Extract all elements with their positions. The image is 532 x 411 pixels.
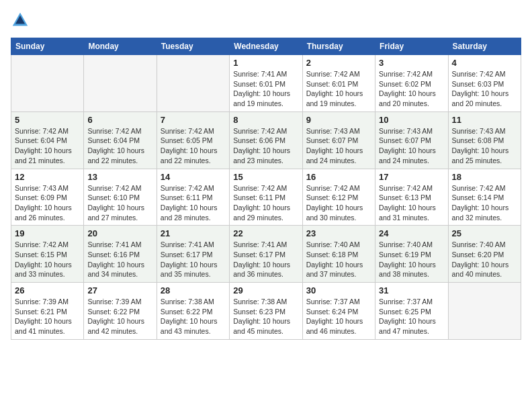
day-number: 14 xyxy=(161,172,226,182)
weekday-header: Tuesday xyxy=(157,38,229,55)
calendar-cell: 22Sunrise: 7:41 AM Sunset: 6:17 PM Dayli… xyxy=(230,226,302,283)
day-info: Sunrise: 7:42 AM Sunset: 6:15 PM Dayligh… xyxy=(15,240,80,279)
calendar-table: SundayMondayTuesdayWednesdayThursdayFrid… xyxy=(11,38,521,340)
day-info: Sunrise: 7:40 AM Sunset: 6:19 PM Dayligh… xyxy=(379,240,444,279)
calendar-cell xyxy=(157,55,229,112)
day-number: 4 xyxy=(452,58,517,68)
calendar-cell: 3Sunrise: 7:42 AM Sunset: 6:02 PM Daylig… xyxy=(375,55,448,112)
day-number: 16 xyxy=(306,172,371,182)
calendar-cell: 31Sunrise: 7:37 AM Sunset: 6:25 PM Dayli… xyxy=(375,283,448,340)
day-number: 1 xyxy=(233,58,298,68)
day-info: Sunrise: 7:41 AM Sunset: 6:17 PM Dayligh… xyxy=(233,240,298,279)
calendar-cell: 28Sunrise: 7:38 AM Sunset: 6:22 PM Dayli… xyxy=(157,283,229,340)
calendar-cell: 13Sunrise: 7:42 AM Sunset: 6:10 PM Dayli… xyxy=(84,169,157,226)
calendar-cell: 12Sunrise: 7:43 AM Sunset: 6:09 PM Dayli… xyxy=(11,169,84,226)
day-info: Sunrise: 7:42 AM Sunset: 6:03 PM Dayligh… xyxy=(452,69,517,109)
day-info: Sunrise: 7:41 AM Sunset: 6:16 PM Dayligh… xyxy=(87,240,152,279)
day-info: Sunrise: 7:40 AM Sunset: 6:20 PM Dayligh… xyxy=(452,240,517,279)
calendar-cell: 19Sunrise: 7:42 AM Sunset: 6:15 PM Dayli… xyxy=(11,226,84,283)
day-number: 30 xyxy=(306,285,371,295)
calendar-cell: 23Sunrise: 7:40 AM Sunset: 6:18 PM Dayli… xyxy=(302,226,375,283)
calendar-cell: 5Sunrise: 7:42 AM Sunset: 6:04 PM Daylig… xyxy=(11,111,84,169)
day-info: Sunrise: 7:41 AM Sunset: 6:01 PM Dayligh… xyxy=(233,69,298,109)
logo-icon xyxy=(11,11,30,30)
day-info: Sunrise: 7:42 AM Sunset: 6:02 PM Dayligh… xyxy=(379,69,444,109)
day-info: Sunrise: 7:43 AM Sunset: 6:07 PM Dayligh… xyxy=(379,126,444,166)
day-info: Sunrise: 7:41 AM Sunset: 6:17 PM Dayligh… xyxy=(161,240,226,279)
calendar-cell: 16Sunrise: 7:42 AM Sunset: 6:12 PM Dayli… xyxy=(302,169,375,226)
day-number: 24 xyxy=(379,228,444,238)
calendar-cell: 18Sunrise: 7:42 AM Sunset: 6:14 PM Dayli… xyxy=(448,169,521,226)
day-info: Sunrise: 7:42 AM Sunset: 6:14 PM Dayligh… xyxy=(452,183,517,223)
day-number: 17 xyxy=(379,172,444,182)
day-info: Sunrise: 7:42 AM Sunset: 6:04 PM Dayligh… xyxy=(15,126,80,166)
day-number: 25 xyxy=(452,228,517,238)
day-number: 28 xyxy=(161,285,226,295)
calendar-cell: 14Sunrise: 7:42 AM Sunset: 6:11 PM Dayli… xyxy=(157,169,229,226)
day-info: Sunrise: 7:37 AM Sunset: 6:24 PM Dayligh… xyxy=(306,297,371,336)
day-number: 18 xyxy=(452,172,517,182)
day-number: 20 xyxy=(87,228,152,238)
day-info: Sunrise: 7:42 AM Sunset: 6:04 PM Dayligh… xyxy=(87,126,152,166)
day-info: Sunrise: 7:37 AM Sunset: 6:25 PM Dayligh… xyxy=(379,297,444,336)
weekday-header: Saturday xyxy=(448,38,521,55)
day-info: Sunrise: 7:42 AM Sunset: 6:01 PM Dayligh… xyxy=(306,69,371,109)
day-number: 8 xyxy=(233,115,298,125)
calendar-cell xyxy=(84,55,157,112)
day-number: 5 xyxy=(15,115,80,125)
day-number: 15 xyxy=(233,172,298,182)
day-info: Sunrise: 7:43 AM Sunset: 6:08 PM Dayligh… xyxy=(452,126,517,166)
calendar-cell: 2Sunrise: 7:42 AM Sunset: 6:01 PM Daylig… xyxy=(302,55,375,112)
calendar-cell: 30Sunrise: 7:37 AM Sunset: 6:24 PM Dayli… xyxy=(302,283,375,340)
calendar-cell: 29Sunrise: 7:38 AM Sunset: 6:23 PM Dayli… xyxy=(230,283,302,340)
day-number: 13 xyxy=(87,172,152,182)
day-number: 23 xyxy=(306,228,371,238)
calendar-cell: 6Sunrise: 7:42 AM Sunset: 6:04 PM Daylig… xyxy=(84,111,157,169)
day-info: Sunrise: 7:43 AM Sunset: 6:09 PM Dayligh… xyxy=(15,183,80,223)
weekday-header: Wednesday xyxy=(230,38,302,55)
day-info: Sunrise: 7:38 AM Sunset: 6:22 PM Dayligh… xyxy=(161,297,226,336)
calendar-cell: 17Sunrise: 7:42 AM Sunset: 6:13 PM Dayli… xyxy=(375,169,448,226)
calendar-cell xyxy=(11,55,84,112)
day-number: 11 xyxy=(452,115,517,125)
day-number: 10 xyxy=(379,115,444,125)
calendar-cell: 7Sunrise: 7:42 AM Sunset: 6:05 PM Daylig… xyxy=(157,111,229,169)
calendar-cell: 8Sunrise: 7:42 AM Sunset: 6:06 PM Daylig… xyxy=(230,111,302,169)
day-number: 12 xyxy=(15,172,80,182)
day-info: Sunrise: 7:40 AM Sunset: 6:18 PM Dayligh… xyxy=(306,240,371,279)
calendar-cell: 21Sunrise: 7:41 AM Sunset: 6:17 PM Dayli… xyxy=(157,226,229,283)
day-info: Sunrise: 7:42 AM Sunset: 6:10 PM Dayligh… xyxy=(87,183,152,223)
calendar-cell: 24Sunrise: 7:40 AM Sunset: 6:19 PM Dayli… xyxy=(375,226,448,283)
day-info: Sunrise: 7:38 AM Sunset: 6:23 PM Dayligh… xyxy=(233,297,298,336)
logo xyxy=(11,11,31,30)
weekday-header: Sunday xyxy=(11,38,84,55)
day-number: 3 xyxy=(379,58,444,68)
day-number: 2 xyxy=(306,58,371,68)
day-number: 6 xyxy=(87,115,152,125)
calendar-cell: 15Sunrise: 7:42 AM Sunset: 6:11 PM Dayli… xyxy=(230,169,302,226)
day-info: Sunrise: 7:42 AM Sunset: 6:13 PM Dayligh… xyxy=(379,183,444,223)
day-number: 7 xyxy=(161,115,226,125)
page-header xyxy=(11,11,521,30)
day-info: Sunrise: 7:42 AM Sunset: 6:06 PM Dayligh… xyxy=(233,126,298,166)
calendar-cell: 25Sunrise: 7:40 AM Sunset: 6:20 PM Dayli… xyxy=(448,226,521,283)
day-number: 19 xyxy=(15,228,80,238)
day-info: Sunrise: 7:42 AM Sunset: 6:05 PM Dayligh… xyxy=(161,126,226,166)
weekday-header: Monday xyxy=(84,38,157,55)
day-info: Sunrise: 7:39 AM Sunset: 6:21 PM Dayligh… xyxy=(15,297,80,336)
day-number: 27 xyxy=(87,285,152,295)
weekday-header: Friday xyxy=(375,38,448,55)
day-info: Sunrise: 7:42 AM Sunset: 6:12 PM Dayligh… xyxy=(306,183,371,223)
weekday-header: Thursday xyxy=(302,38,375,55)
calendar-cell: 1Sunrise: 7:41 AM Sunset: 6:01 PM Daylig… xyxy=(230,55,302,112)
day-number: 26 xyxy=(15,285,80,295)
calendar-cell: 10Sunrise: 7:43 AM Sunset: 6:07 PM Dayli… xyxy=(375,111,448,169)
day-number: 31 xyxy=(379,285,444,295)
calendar-cell: 20Sunrise: 7:41 AM Sunset: 6:16 PM Dayli… xyxy=(84,226,157,283)
day-number: 29 xyxy=(233,285,298,295)
day-info: Sunrise: 7:43 AM Sunset: 6:07 PM Dayligh… xyxy=(306,126,371,166)
calendar-cell: 11Sunrise: 7:43 AM Sunset: 6:08 PM Dayli… xyxy=(448,111,521,169)
day-number: 22 xyxy=(233,228,298,238)
calendar-cell: 9Sunrise: 7:43 AM Sunset: 6:07 PM Daylig… xyxy=(302,111,375,169)
calendar-cell: 4Sunrise: 7:42 AM Sunset: 6:03 PM Daylig… xyxy=(448,55,521,112)
